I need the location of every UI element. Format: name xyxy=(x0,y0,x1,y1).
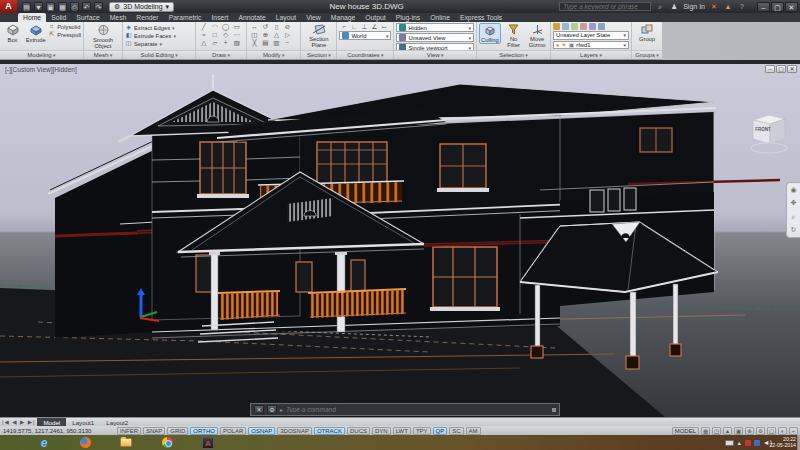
show-hidden-icons-arrow[interactable]: ▲ xyxy=(737,440,742,446)
modify-tool-icon[interactable]: ↺ xyxy=(260,23,271,31)
ucs-tool-icon[interactable]: ⊥ xyxy=(359,23,369,30)
tab-manage[interactable]: Manage xyxy=(326,13,361,22)
autocad-logo-icon[interactable]: A xyxy=(0,0,17,13)
presspull-button[interactable]: ⇱Presspull xyxy=(48,31,81,38)
viewport-controls-label[interactable]: [-][Custom View][Hidden] xyxy=(5,66,77,73)
modify-tool-icon[interactable]: ▤ xyxy=(260,39,271,47)
minimize-button[interactable]: – xyxy=(757,2,770,12)
redo-icon[interactable]: ↷ xyxy=(94,2,103,11)
draw-tool-icon[interactable]: ╱ xyxy=(198,23,209,31)
save-icon[interactable]: ▣ xyxy=(46,2,55,11)
group-button[interactable]: Group xyxy=(634,23,660,42)
layer-dropdown[interactable]: ● ☀ ▣ rfwd1▾ xyxy=(553,41,629,50)
toggle-snap[interactable]: SNAP xyxy=(143,427,165,435)
visual-style-dropdown[interactable]: Hidden▾ xyxy=(396,23,474,32)
chrome-icon[interactable] xyxy=(161,437,173,449)
draw-tool-icon[interactable]: △ xyxy=(198,39,209,47)
draw-tool-icon[interactable]: ▨ xyxy=(231,39,242,47)
draw-tool-icon[interactable]: ◯ xyxy=(220,23,231,31)
modify-tool-icon[interactable]: ▯ xyxy=(271,23,282,31)
toggle-polar[interactable]: POLAR xyxy=(220,427,246,435)
ucs-dropdown[interactable]: World▾ xyxy=(339,31,391,40)
model-space-button[interactable]: MODEL xyxy=(672,427,699,435)
ucs-tool-icon[interactable]: ∠ xyxy=(369,23,379,30)
autocad-taskbar-icon[interactable]: A xyxy=(202,437,214,449)
modify-tool-icon[interactable]: ▷ xyxy=(282,31,293,39)
draw-tool-icon[interactable]: + xyxy=(220,39,231,47)
tray-clock[interactable]: 20:22 22-05-2014 xyxy=(769,436,796,448)
tab-parametric[interactable]: Parametric xyxy=(164,13,207,22)
ucs-tool-icon[interactable]: ⌙ xyxy=(379,23,389,30)
panel-label-coordinates[interactable]: Coordinates xyxy=(337,50,393,59)
toggle-am[interactable]: AM xyxy=(466,427,481,435)
annotation-visibility-icon[interactable]: ▣ xyxy=(734,427,743,435)
layer-off-icon[interactable] xyxy=(562,23,569,30)
culling-button[interactable]: Culling xyxy=(479,23,501,44)
command-customize-icon[interactable]: ⚙ xyxy=(267,405,277,414)
modify-tool-icon[interactable]: ⊘ xyxy=(282,23,293,31)
drawing-close-button[interactable]: ✕ xyxy=(787,65,797,73)
tab-surface[interactable]: Surface xyxy=(71,13,104,22)
tab-nav-arrows[interactable]: |◀ ◀ ▶ ▶| xyxy=(0,419,37,425)
firefox-icon[interactable] xyxy=(79,437,91,449)
ucs-tool-icon[interactable]: ∟ xyxy=(349,23,359,30)
panel-label-solid-editing[interactable]: Solid Editing xyxy=(123,50,195,59)
tab-layout[interactable]: Layout xyxy=(271,13,301,22)
panel-label-groups[interactable]: Groups xyxy=(632,50,662,59)
section-plane-button[interactable]: Section Plane xyxy=(303,23,334,48)
draw-tool-icon[interactable]: ◇ xyxy=(220,31,231,39)
layer-lock-icon[interactable] xyxy=(589,23,596,30)
move-gizmo-button[interactable]: Move Gizmo xyxy=(526,23,548,48)
smooth-object-button[interactable]: Smooth Object xyxy=(86,23,120,49)
panel-label-layers[interactable]: Layers xyxy=(551,50,631,59)
internet-explorer-icon[interactable]: e xyxy=(38,437,50,449)
navigation-bar[interactable]: ◉ ✥ ⌕ ↻ xyxy=(786,182,800,238)
command-close-icon[interactable]: ✕ xyxy=(254,405,264,414)
draw-tool-icon[interactable]: □ xyxy=(209,31,220,39)
modify-tool-icon[interactable]: ◫ xyxy=(249,31,260,39)
panel-label-draw[interactable]: Draw xyxy=(196,50,246,59)
extrude-faces-button[interactable]: ◧Extrude Faces▾ xyxy=(125,32,176,39)
toggle-sc[interactable]: SC xyxy=(449,427,463,435)
modify-tool-icon[interactable]: ↔ xyxy=(249,23,260,31)
workspace-switch-icon[interactable]: ⚙ xyxy=(756,427,765,435)
drawing-minimize-button[interactable]: – xyxy=(765,65,775,73)
modify-tool-icon[interactable]: ⊕ xyxy=(260,31,271,39)
draw-tool-icon[interactable]: ◠ xyxy=(209,23,220,31)
new-icon[interactable]: ▤ xyxy=(22,2,31,11)
help-icon[interactable]: ? xyxy=(737,2,747,11)
drawing-restore-button[interactable]: ▢ xyxy=(776,65,786,73)
panel-label-modify[interactable]: Modify xyxy=(247,50,300,59)
pan-icon[interactable]: ✥ xyxy=(791,199,797,207)
orbit-icon[interactable]: ↻ xyxy=(791,226,797,234)
tab-model[interactable]: Model xyxy=(37,418,66,426)
layer-match-icon[interactable] xyxy=(598,23,605,30)
toggle-osnap[interactable]: OSNAP xyxy=(248,427,275,435)
tab-solid[interactable]: Solid xyxy=(46,13,71,22)
network-icon[interactable] xyxy=(754,440,760,446)
tab-online[interactable]: Online xyxy=(425,13,455,22)
signin-button[interactable]: Sign In xyxy=(683,3,705,10)
quick-view-drawings-icon[interactable]: ◳ xyxy=(712,427,721,435)
toggle-ducs[interactable]: DUCS xyxy=(347,427,370,435)
ucs-tool-icon[interactable]: ⌐ xyxy=(339,23,349,30)
saveas-icon[interactable]: ▦ xyxy=(58,2,67,11)
open-icon[interactable]: ▼ xyxy=(34,2,43,11)
command-input[interactable] xyxy=(286,406,549,413)
command-line[interactable]: ✕ ⚙ ▸ xyxy=(250,403,560,416)
extract-edges-button[interactable]: ◈Extract Edges▾ xyxy=(125,24,176,31)
panel-label-section[interactable]: Section xyxy=(301,50,336,59)
extrude-button[interactable]: Extrude xyxy=(25,23,46,43)
draw-tool-icon[interactable]: ▱ xyxy=(209,39,220,47)
panel-label-modeling[interactable]: Modeling xyxy=(0,50,83,59)
communication-icon[interactable]: ▲ xyxy=(723,2,733,11)
viewcube-front-face[interactable]: FRONT xyxy=(753,127,773,132)
polysolid-button[interactable]: ⌗Polysolid xyxy=(48,23,81,30)
exchange-apps-icon[interactable]: ✕ xyxy=(709,2,719,11)
autoscale-icon[interactable]: ⊕ xyxy=(745,427,754,435)
tab-mesh[interactable]: Mesh xyxy=(105,13,132,22)
file-explorer-icon[interactable] xyxy=(120,437,132,449)
box-button[interactable]: Box xyxy=(2,23,23,43)
modify-tool-icon[interactable]: ▥ xyxy=(271,39,282,47)
model-viewport[interactable]: [-][Custom View][Hidden] – ▢ ✕ FRONT ◉ ✥… xyxy=(0,64,800,417)
